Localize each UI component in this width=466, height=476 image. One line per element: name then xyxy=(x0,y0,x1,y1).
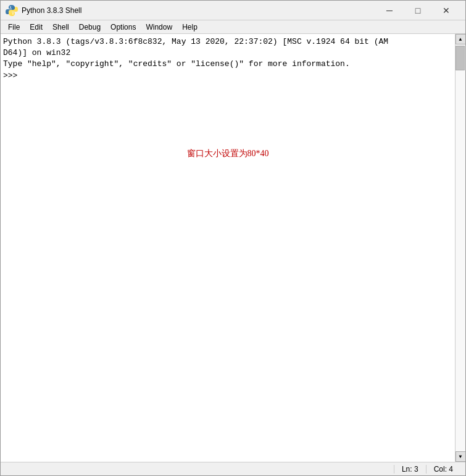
svg-point-0 xyxy=(10,6,11,7)
scrollbar-track[interactable] xyxy=(456,44,465,451)
close-button[interactable]: ✕ xyxy=(432,1,460,20)
minimize-button[interactable]: ─ xyxy=(375,1,404,20)
scroll-down-button[interactable]: ▼ xyxy=(456,451,466,462)
main-window: Python 3.8.3 Shell ─ □ ✕ File Edit Shell… xyxy=(0,0,466,476)
chinese-note: 窗口大小设置为80*40 xyxy=(187,148,269,159)
shell-content[interactable]: Python 3.8.3 (tags/v3.8.3:6f8c832, May 1… xyxy=(1,34,455,462)
scrollbar-thumb[interactable] xyxy=(456,46,465,70)
svg-point-1 xyxy=(12,13,14,14)
menu-file[interactable]: File xyxy=(3,22,25,33)
menu-debug[interactable]: Debug xyxy=(74,22,106,33)
window-controls: ─ □ ✕ xyxy=(375,1,460,20)
menu-help[interactable]: Help xyxy=(177,22,202,33)
menu-bar: File Edit Shell Debug Options Window Hel… xyxy=(1,20,465,34)
window-title: Python 3.8.3 Shell xyxy=(22,6,375,15)
status-bar: Ln: 3 Col: 4 xyxy=(1,462,465,475)
scroll-up-button[interactable]: ▲ xyxy=(456,34,466,44)
shell-line-3: Type "help", "copyright", "credits" or "… xyxy=(3,59,452,70)
menu-window[interactable]: Window xyxy=(141,22,177,33)
shell-line-2: D64)] on win32 xyxy=(3,48,452,59)
status-ln: Ln: 3 xyxy=(394,465,426,474)
menu-edit[interactable]: Edit xyxy=(25,22,48,33)
maximize-button[interactable]: □ xyxy=(404,1,432,20)
title-bar: Python 3.8.3 Shell ─ □ ✕ xyxy=(1,1,465,20)
menu-shell[interactable]: Shell xyxy=(48,22,74,33)
menu-options[interactable]: Options xyxy=(106,22,141,33)
status-col: Col: 4 xyxy=(426,465,460,474)
vertical-scrollbar[interactable]: ▲ ▼ xyxy=(455,34,465,462)
shell-prompt: >>> xyxy=(3,70,452,81)
app-icon xyxy=(6,4,18,17)
shell-line-1: Python 3.8.3 (tags/v3.8.3:6f8c832, May 1… xyxy=(3,36,452,48)
shell-area: Python 3.8.3 (tags/v3.8.3:6f8c832, May 1… xyxy=(1,34,465,462)
